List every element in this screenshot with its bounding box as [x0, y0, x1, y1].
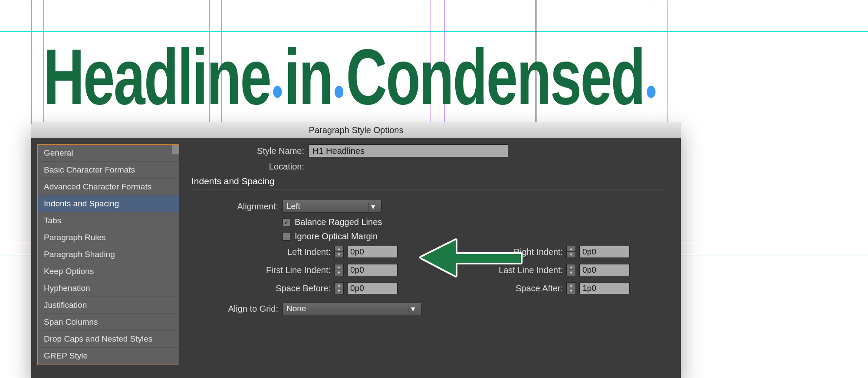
left-indent-label: Left Indent:	[287, 247, 331, 257]
chevron-down-icon: ▾	[368, 202, 378, 212]
stepper-icon[interactable]: ▲▼	[334, 246, 344, 258]
sidebar-item[interactable]: Drop Caps and Nested Styles	[38, 331, 179, 348]
sidebar-item[interactable]: Paragraph Shading	[38, 246, 179, 263]
stepper-icon[interactable]: ▲▼	[566, 282, 576, 294]
chevron-down-icon: ▾	[408, 304, 418, 314]
sidebar-item[interactable]: Paragraph Rules	[38, 229, 179, 246]
stepper-icon[interactable]: ▲▼	[334, 282, 344, 294]
section-title: Indents and Spacing	[191, 176, 664, 186]
dialog-main-panel: Style Name: Location: Indents and Spacin…	[179, 138, 681, 378]
space-dot-icon	[335, 86, 343, 98]
stepper-icon[interactable]: ▲▼	[566, 246, 576, 258]
sidebar-item[interactable]: General	[38, 145, 179, 162]
sidebar-item[interactable]: Justification	[38, 297, 179, 314]
checkbox-icon: ✓	[283, 218, 290, 226]
headline-word: Condensed	[346, 33, 644, 121]
style-name-input[interactable]	[309, 144, 508, 157]
space-dot-icon	[273, 86, 282, 98]
alignment-label: Alignment:	[191, 202, 278, 212]
space-before-label: Space Before:	[276, 284, 331, 293]
ignore-optical-margin-checkbox[interactable]: Ignore Optical Margin	[283, 231, 378, 241]
sidebar-item[interactable]: Advanced Character Formats	[38, 179, 179, 196]
align-to-grid-label: Align to Grid:	[191, 304, 278, 314]
sidebar-item[interactable]: Basic Character Formats	[38, 162, 179, 179]
paragraph-style-options-dialog: Paragraph Style Options GeneralBasic Cha…	[31, 122, 681, 378]
last-line-indent-input[interactable]	[579, 264, 630, 276]
sidebar-item[interactable]: Indents and Spacing	[38, 196, 179, 212]
alignment-select[interactable]: Left ▾	[283, 200, 381, 213]
first-line-indent-input[interactable]	[347, 264, 398, 276]
balance-ragged-lines-checkbox[interactable]: ✓ Balance Ragged Lines	[283, 217, 382, 227]
space-dot-icon	[647, 86, 656, 98]
category-sidebar: GeneralBasic Character FormatsAdvanced C…	[37, 144, 179, 365]
headline-word: Headline	[43, 33, 270, 121]
space-after-label: Space After:	[516, 284, 563, 293]
sidebar-item[interactable]: Span Columns	[38, 314, 179, 331]
sidebar-item[interactable]: Keep Options	[38, 263, 179, 280]
sidebar-item[interactable]: GREP Style	[38, 348, 179, 365]
right-indent-input[interactable]	[579, 246, 630, 258]
headline-word: in	[284, 33, 332, 121]
first-line-indent-label: First Line Indent:	[266, 265, 331, 275]
align-to-grid-select[interactable]: None ▾	[283, 302, 421, 315]
dialog-title: Paragraph Style Options	[31, 122, 681, 138]
sidebar-item[interactable]: Hyphenation	[38, 280, 179, 297]
stepper-icon[interactable]: ▲▼	[566, 264, 576, 276]
right-indent-label: Right Indent:	[514, 247, 563, 257]
headline-text: HeadlineinCondensed	[43, 31, 658, 122]
left-indent-input[interactable]	[347, 246, 398, 258]
style-name-label: Style Name:	[191, 146, 304, 156]
space-before-input[interactable]	[347, 282, 398, 294]
sidebar-item[interactable]: Tabs	[38, 212, 179, 229]
stepper-icon[interactable]: ▲▼	[334, 264, 344, 276]
location-label: Location:	[191, 162, 304, 172]
checkbox-icon	[283, 233, 290, 241]
last-line-indent-label: Last Line Indent:	[499, 265, 563, 275]
space-after-input[interactable]	[579, 282, 630, 294]
